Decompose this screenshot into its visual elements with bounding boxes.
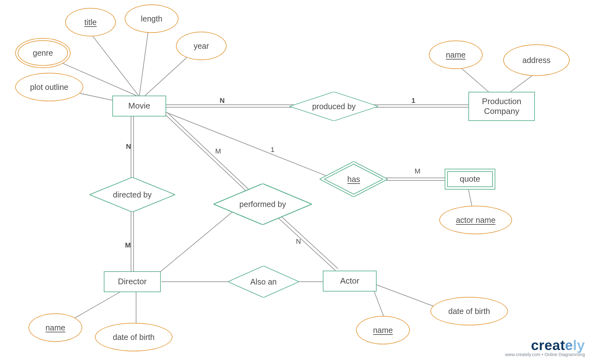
- card-actor-performed: N: [296, 237, 301, 246]
- card-movie-produced: N: [220, 97, 225, 105]
- card-quote-has: M: [415, 167, 420, 175]
- rel-label: performed by: [235, 200, 290, 209]
- entity-label: Production Company: [482, 97, 521, 116]
- svg-line-12: [167, 112, 253, 193]
- svg-line-2: [89, 32, 139, 97]
- attr-label: year: [194, 41, 209, 51]
- rel-label: has: [343, 175, 364, 184]
- card-movie-performed: M: [215, 147, 221, 155]
- watermark: creately www.creately.com • Online Diagr…: [505, 337, 585, 357]
- attr-movie-genre: genre: [15, 38, 71, 68]
- rel-directed-by: directed by: [90, 177, 175, 212]
- rel-label: directed by: [109, 190, 156, 199]
- attr-label: name: [46, 323, 66, 332]
- entity-movie: Movie: [112, 96, 166, 116]
- entity-label: quote: [460, 174, 480, 184]
- entity-label: Actor: [340, 276, 360, 286]
- attr-company-address: address: [503, 44, 570, 76]
- entity-label: Director: [118, 277, 147, 286]
- attr-movie-year: year: [176, 32, 227, 60]
- card-director-directed: M: [125, 241, 131, 249]
- attr-label: address: [523, 56, 551, 65]
- attr-label: genre: [33, 48, 53, 58]
- attr-label: name: [446, 50, 466, 60]
- attr-label: plot outline: [30, 83, 68, 92]
- attr-actor-name: name: [356, 316, 410, 344]
- attr-director-dob: date of birth: [95, 323, 172, 351]
- entity-production-company: Production Company: [468, 92, 535, 121]
- attr-movie-length: length: [125, 4, 178, 33]
- card-movie-directed: N: [126, 142, 131, 151]
- rel-also-an: Also an: [228, 266, 299, 298]
- entity-quote: quote: [445, 169, 495, 190]
- attr-label: length: [141, 14, 162, 23]
- rel-label: Also an: [246, 277, 281, 286]
- card-company-produced: 1: [411, 97, 415, 105]
- attr-label: actor name: [456, 216, 495, 225]
- attr-actor-dob: date of birth: [430, 297, 508, 325]
- rel-performed-by: performed by: [214, 184, 312, 225]
- attr-movie-plot-outline: plot outline: [15, 73, 83, 101]
- svg-line-3: [139, 27, 149, 97]
- watermark-tagline: www.creately.com • Online Diagramming: [505, 352, 585, 357]
- attr-label: name: [373, 326, 393, 335]
- svg-line-15: [166, 112, 326, 176]
- rel-label: produced by: [308, 102, 360, 111]
- attr-label: date of birth: [113, 333, 154, 342]
- attr-quote-actor-name: actor name: [439, 206, 512, 234]
- rel-has: has: [320, 161, 388, 197]
- attr-movie-title: title: [65, 8, 116, 36]
- attr-label: title: [85, 18, 97, 27]
- watermark-brand: creately: [505, 337, 585, 353]
- entity-actor: Actor: [323, 271, 377, 292]
- card-movie-has: 1: [271, 146, 274, 154]
- entity-label: Movie: [128, 101, 150, 111]
- entity-director: Director: [104, 271, 161, 292]
- er-diagram-canvas: genre plot outline title length year nam…: [0, 0, 595, 364]
- attr-director-name: name: [28, 313, 82, 342]
- attr-label: date of birth: [448, 307, 490, 316]
- attr-company-name: name: [429, 41, 483, 69]
- svg-line-11: [165, 114, 250, 195]
- rel-produced-by: produced by: [290, 92, 378, 121]
